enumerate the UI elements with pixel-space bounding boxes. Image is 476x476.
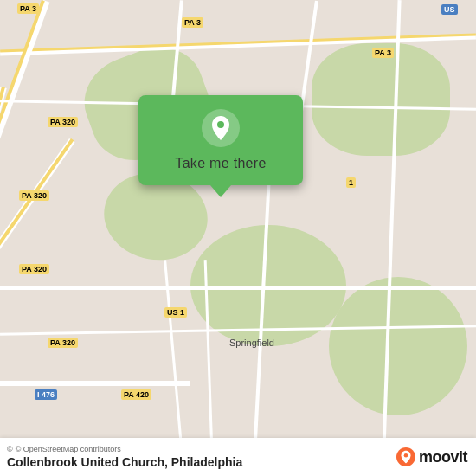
label-pa320-l4: PA 320 — [48, 338, 78, 348]
label-i476: I 476 — [35, 389, 57, 400]
label-pa3-tr: PA 3 — [372, 48, 394, 58]
label-r1: 1 — [346, 177, 356, 188]
label-pa320-l3: PA 320 — [19, 264, 49, 274]
green-area-5 — [329, 277, 467, 415]
svg-point-3 — [404, 453, 408, 458]
road-h-mid — [0, 286, 476, 290]
label-pa420: PA 420 — [121, 389, 151, 400]
city-label-springfield: Springfield — [229, 338, 274, 348]
label-pa3-tl: PA 3 — [17, 3, 39, 14]
moovit-logo: moovit — [396, 447, 467, 466]
road-i476 — [0, 381, 190, 386]
bottom-left-info: © © OpenStreetMap contributors Collenbro… — [7, 445, 242, 469]
label-pa320-l1: PA 320 — [48, 117, 78, 127]
location-pin-icon — [202, 109, 240, 147]
copyright-symbol: © — [7, 445, 13, 453]
map-container: PA 3 PA 3 PA 3 PA 320 PA 320 PA 320 PA 3… — [0, 0, 476, 476]
green-area-4 — [312, 43, 450, 156]
popup-card: Take me there — [138, 95, 303, 185]
label-us1: US 1 — [164, 307, 187, 318]
label-pa320-l2: PA 320 — [19, 190, 49, 201]
location-name: Collenbrook United Church, Philadelphia — [7, 455, 242, 469]
svg-point-1 — [217, 121, 224, 128]
bottom-bar: © © OpenStreetMap contributors Collenbro… — [0, 438, 476, 476]
osm-attribution: © OpenStreetMap contributors — [16, 445, 121, 453]
attribution-text: © © OpenStreetMap contributors — [7, 445, 242, 453]
take-me-there-button[interactable]: Take me there — [175, 154, 266, 173]
label-pa3-tm: PA 3 — [182, 17, 203, 28]
label-us-tr: US — [441, 4, 458, 15]
moovit-pin-icon — [396, 447, 415, 466]
moovit-text-label: moovit — [419, 448, 467, 466]
